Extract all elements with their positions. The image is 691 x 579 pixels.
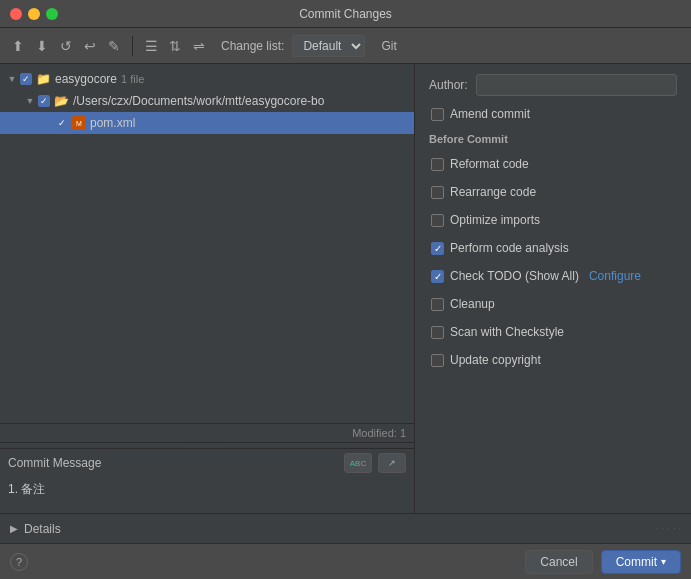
label-cleanup: Cleanup	[450, 297, 495, 311]
checkbox-copyright[interactable]	[431, 354, 444, 367]
main-content: ▼ ✓ 📁 easygocore 1 file ▼ ✓ 📂 /Users/czx…	[0, 64, 691, 513]
label-optimize: Optimize imports	[450, 213, 540, 227]
toolbar-icon-8[interactable]: ⇌	[189, 36, 209, 56]
checkbox-cleanup[interactable]	[431, 298, 444, 311]
tree-row-folder[interactable]: ▼ ✓ 📂 /Users/czx/Documents/work/mtt/easy…	[0, 90, 414, 112]
commit-message-input[interactable]	[0, 477, 414, 513]
toolbar-icon-3[interactable]: ↺	[56, 36, 76, 56]
check-checktodo: ✓ Check TODO (Show All) Configure	[429, 266, 677, 286]
toolbar-icon-1[interactable]: ⬆	[8, 36, 28, 56]
check-cleanup: Cleanup	[429, 294, 677, 314]
modified-text: Modified: 1	[352, 427, 406, 439]
modified-bar: Modified: 1	[0, 423, 414, 442]
project-label: easygocore	[55, 72, 117, 86]
footer: ? Cancel Commit ▾	[0, 543, 691, 579]
check-rearrange: Rearrange code	[429, 182, 677, 202]
commit-template-button[interactable]: ↗	[378, 453, 406, 473]
tree-row-project[interactable]: ▼ ✓ 📁 easygocore 1 file	[0, 68, 414, 90]
toolbar-icon-2[interactable]: ⬇	[32, 36, 52, 56]
window-controls	[10, 8, 58, 20]
check-reformat: Reformat code	[429, 154, 677, 174]
right-panel: Author: Amend commit Before Commit Refor…	[415, 64, 691, 513]
label-rearrange: Rearrange code	[450, 185, 536, 199]
pom-label: pom.xml	[90, 116, 135, 130]
author-label: Author:	[429, 78, 468, 92]
changelist-select[interactable]: Default	[292, 35, 365, 57]
toolbar-icon-5[interactable]: ✎	[104, 36, 124, 56]
changelist-label: Change list:	[221, 39, 284, 53]
label-reformat: Reformat code	[450, 157, 529, 171]
checkbox-rearrange[interactable]	[431, 186, 444, 199]
amend-commit-label: Amend commit	[450, 107, 530, 121]
toolbar-icon-7[interactable]: ⇅	[165, 36, 185, 56]
commit-message-label: Commit Message	[8, 456, 338, 470]
toolbar: ⬆ ⬇ ↺ ↩ ✎ ☰ ⇅ ⇌ Change list: Default Git	[0, 28, 691, 64]
checkbox-checkstyle[interactable]	[431, 326, 444, 339]
commit-message-section: Commit Message ABC ↗	[0, 448, 414, 513]
toolbar-icon-4[interactable]: ↩	[80, 36, 100, 56]
label-checktodo: Check TODO (Show All)	[450, 269, 579, 283]
checkbox-perform[interactable]: ✓	[431, 242, 444, 255]
folder-label: /Users/czx/Documents/work/mtt/easygocore…	[73, 94, 324, 108]
checkbox-folder[interactable]: ✓	[38, 95, 50, 107]
minimize-button[interactable]	[28, 8, 40, 20]
checkbox-reformat[interactable]	[431, 158, 444, 171]
tree-arrow-project: ▼	[6, 73, 18, 85]
check-copyright: Update copyright	[429, 350, 677, 370]
help-icon: ?	[16, 556, 22, 568]
git-tab[interactable]: Git	[381, 39, 396, 53]
checkbox-project[interactable]: ✓	[20, 73, 32, 85]
tree-row-pomxml[interactable]: ▶ ✓ M pom.xml	[0, 112, 414, 134]
commit-label: Commit	[616, 555, 657, 569]
before-commit-section: Before Commit	[429, 132, 677, 146]
amend-commit-checkbox[interactable]	[431, 108, 444, 121]
check-checkstyle: Scan with Checkstyle	[429, 322, 677, 342]
close-button[interactable]	[10, 8, 22, 20]
commit-button[interactable]: Commit ▾	[601, 550, 681, 574]
checkbox-optimize[interactable]	[431, 214, 444, 227]
file-tree: ▼ ✓ 📁 easygocore 1 file ▼ ✓ 📂 /Users/czx…	[0, 64, 414, 423]
project-file-count: 1 file	[121, 73, 144, 85]
label-checkstyle: Scan with Checkstyle	[450, 325, 564, 339]
pom-icon: M	[72, 116, 86, 130]
details-arrow[interactable]: ▶	[10, 523, 18, 534]
folder-icon: 📂	[54, 94, 69, 108]
help-button[interactable]: ?	[10, 553, 28, 571]
spell-check-button[interactable]: ABC	[344, 453, 372, 473]
amend-commit-row: Amend commit	[429, 104, 677, 124]
commit-dropdown-arrow[interactable]: ▾	[661, 556, 666, 567]
author-row: Author:	[429, 74, 677, 96]
commit-message-header: Commit Message ABC ↗	[0, 448, 414, 477]
details-label: Details	[24, 522, 61, 536]
details-drag-handle: · · · · ·	[656, 523, 681, 534]
tree-arrow-folder: ▼	[24, 95, 36, 107]
before-commit-label: Before Commit	[429, 133, 508, 145]
toolbar-icon-6[interactable]: ☰	[141, 36, 161, 56]
check-optimize: Optimize imports	[429, 210, 677, 230]
title-bar: Commit Changes	[0, 0, 691, 28]
configure-link[interactable]: Configure	[589, 269, 641, 283]
window-title: Commit Changes	[299, 7, 392, 21]
author-input[interactable]	[476, 74, 677, 96]
details-bar: ▶ Details · · · · ·	[0, 513, 691, 543]
checkbox-checktodo[interactable]: ✓	[431, 270, 444, 283]
check-perform: ✓ Perform code analysis	[429, 238, 677, 258]
label-copyright: Update copyright	[450, 353, 541, 367]
left-panel: ▼ ✓ 📁 easygocore 1 file ▼ ✓ 📂 /Users/czx…	[0, 64, 415, 513]
maximize-button[interactable]	[46, 8, 58, 20]
checkbox-pomxml[interactable]: ✓	[56, 117, 68, 129]
label-perform: Perform code analysis	[450, 241, 569, 255]
project-icon: 📁	[36, 72, 51, 86]
toolbar-separator	[132, 36, 133, 56]
cancel-button[interactable]: Cancel	[525, 550, 592, 574]
